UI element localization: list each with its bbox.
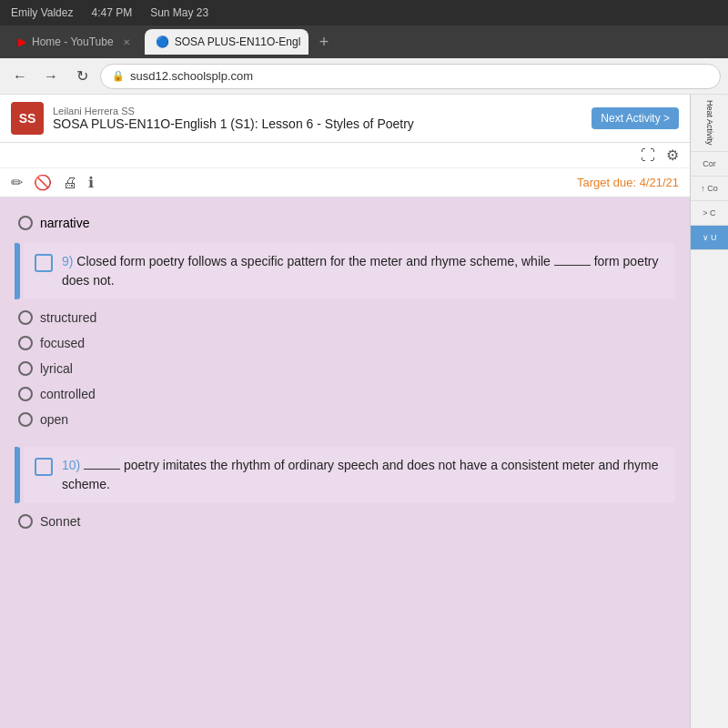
sosa-tab-icon: 🔵 [156, 35, 169, 48]
youtube-tab-close[interactable]: ✕ [123, 37, 130, 47]
new-tab-button[interactable]: + [312, 33, 337, 52]
forward-button[interactable]: → [38, 64, 64, 89]
narrative-radio[interactable] [18, 216, 33, 230]
u-label: ∨ U [703, 233, 717, 242]
lock-icon: 🔒 [112, 70, 125, 82]
option-sonnet-radio[interactable] [18, 514, 33, 529]
os-user: Emily Valdez [11, 6, 73, 19]
q9-number: 9) [62, 254, 76, 268]
narrative-answer: narrative [15, 208, 675, 238]
c-label: > C [703, 208, 715, 217]
option-lyrical-label: lyrical [40, 361, 73, 376]
question-9-row: 9) Closed form poetry follows a specific… [15, 243, 675, 299]
right-sidebar: Heat Activity Cor ↑ Co > C ∨ U [690, 95, 728, 728]
q10-blank [84, 469, 120, 470]
sidebar-co[interactable]: ↑ Co [691, 177, 728, 201]
os-time: 4:47 PM [91, 6, 132, 19]
lesson-title: SOSA PLUS-EN11O-English 1 (S1): Lesson 6… [53, 116, 582, 131]
school-name: Leilani Herrera SS [53, 106, 582, 116]
question-10-marker [15, 447, 20, 503]
question-10-block: 10) poetry imitates the rhythm of ordina… [24, 447, 675, 503]
page-content: SS Leilani Herrera SS SOSA PLUS-EN11O-En… [0, 95, 690, 728]
sidebar-c[interactable]: > C [691, 201, 728, 226]
settings-icon[interactable]: ⚙ [666, 147, 679, 164]
spacer [15, 432, 675, 441]
option-sonnet-label: Sonnet [40, 514, 80, 529]
heat-activity-label: Heat Activity [705, 100, 714, 146]
co-label: ↑ Co [701, 184, 718, 193]
address-bar[interactable]: 🔒 susd12.schoolsplp.com [100, 64, 721, 89]
cor-label: Cor [703, 159, 716, 168]
school-logo: SS [11, 102, 44, 135]
option-controlled-label: controlled [40, 387, 96, 401]
option-controlled-radio[interactable] [18, 387, 33, 401]
option-open-label: open [40, 412, 68, 427]
sidebar-u[interactable]: ∨ U [691, 226, 728, 250]
option-sonnet[interactable]: Sonnet [15, 509, 675, 534]
question-9-block: 9) Closed form poetry follows a specific… [24, 243, 675, 299]
edit-icon[interactable]: ✏ [11, 174, 23, 191]
option-lyrical-radio[interactable] [18, 361, 33, 376]
option-open-radio[interactable] [18, 412, 33, 427]
option-focused[interactable]: focused [15, 330, 675, 356]
address-text: susd12.schoolsplp.com [130, 69, 253, 83]
option-controlled[interactable]: controlled [15, 381, 675, 407]
youtube-tab-icon: ▶ [18, 35, 26, 48]
toolbar: ✏ 🚫 🖨 ℹ Target due: 4/21/21 [0, 168, 690, 197]
question-9-text: 9) Closed form poetry follows a specific… [62, 252, 664, 290]
option-focused-label: focused [40, 336, 85, 350]
q10-number: 10) [62, 458, 84, 472]
option-structured-label: structured [40, 310, 96, 325]
browser-content: SS Leilani Herrera SS SOSA PLUS-EN11O-En… [0, 95, 728, 728]
q9-blank [554, 265, 591, 266]
question-9-icon [35, 254, 53, 272]
header-icons-row: ⛶ ⚙ [0, 143, 690, 168]
sidebar-heat-activity[interactable]: Heat Activity [691, 95, 728, 152]
option-structured[interactable]: structured [15, 305, 675, 330]
tab-youtube[interactable]: ▶ Home - YouTube ✕ [7, 29, 141, 55]
quiz-area: narrative 9) Closed form poetry follows … [0, 197, 690, 728]
question-10-text: 10) poetry imitates the rhythm of ordina… [62, 456, 664, 494]
print-icon[interactable]: 🖨 [63, 175, 77, 191]
page-header: SS Leilani Herrera SS SOSA PLUS-EN11O-En… [0, 95, 690, 143]
page-title-group: Leilani Herrera SS SOSA PLUS-EN11O-Engli… [53, 106, 582, 131]
os-date: Sun May 23 [150, 6, 208, 19]
option-open[interactable]: open [15, 407, 675, 432]
sosa-tab-label: SOSA PLUS-EN11O-Engl [175, 35, 301, 48]
os-bar: Emily Valdez 4:47 PM Sun May 23 [0, 0, 728, 25]
question-10-row: 10) poetry imitates the rhythm of ordina… [15, 447, 675, 503]
question-10-icon [35, 458, 53, 476]
narrative-label: narrative [40, 216, 89, 230]
next-activity-button[interactable]: Next Activity > [592, 107, 679, 129]
info-icon[interactable]: ℹ [88, 174, 94, 191]
ban-icon[interactable]: 🚫 [34, 174, 52, 191]
option-lyrical[interactable]: lyrical [15, 356, 675, 381]
option-structured-radio[interactable] [18, 310, 33, 325]
target-due: Target due: 4/21/21 [577, 176, 679, 189]
question-9-marker [15, 243, 20, 299]
expand-icon[interactable]: ⛶ [641, 147, 655, 164]
sidebar-cor[interactable]: Cor [691, 152, 728, 177]
tab-sosa[interactable]: 🔵 SOSA PLUS-EN11O-Engl ✕ [145, 29, 308, 55]
nav-bar: ← → ↻ 🔒 susd12.schoolsplp.com [0, 58, 728, 95]
browser-chrome: ▶ Home - YouTube ✕ 🔵 SOSA PLUS-EN11O-Eng… [0, 25, 728, 58]
refresh-button[interactable]: ↻ [69, 64, 95, 89]
option-focused-radio[interactable] [18, 336, 33, 350]
back-button[interactable]: ← [7, 64, 33, 89]
youtube-tab-label: Home - YouTube [32, 35, 114, 48]
